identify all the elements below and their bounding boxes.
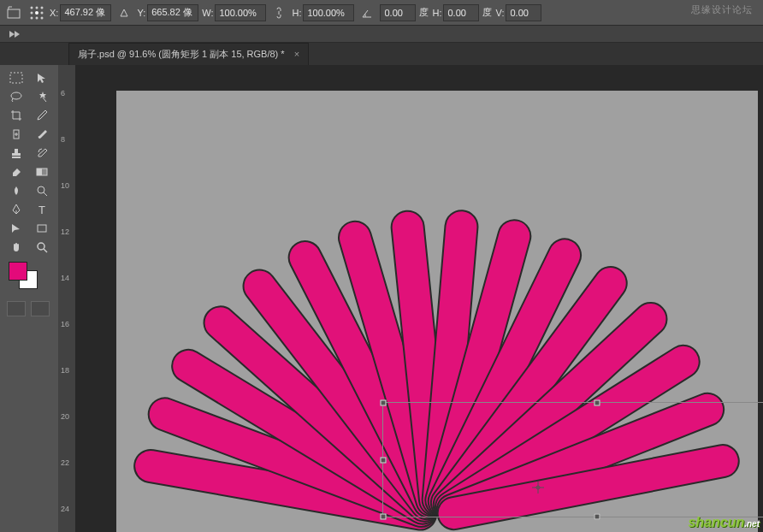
standard-mode-button[interactable] [7, 301, 26, 316]
angle-icon [358, 3, 376, 22]
dodge-tool[interactable] [29, 181, 55, 200]
stamp-tool[interactable] [3, 144, 29, 163]
svg-rect-17 [37, 168, 42, 175]
menu-bar [0, 26, 763, 43]
watermark-top: 思缘设计论坛 [691, 3, 753, 16]
eraser-tool[interactable] [3, 163, 29, 181]
hskew-input[interactable] [443, 4, 479, 21]
svg-line-23 [44, 249, 47, 252]
svg-point-11 [11, 92, 21, 99]
marquee-tool[interactable] [3, 68, 29, 87]
path-select-tool[interactable] [3, 219, 29, 238]
svg-point-18 [38, 186, 44, 193]
quickmask-mode-button[interactable] [31, 301, 50, 316]
svg-text:T: T [38, 204, 45, 216]
close-icon[interactable]: × [294, 49, 299, 59]
svg-point-3 [41, 6, 44, 9]
toolbox: T [0, 65, 58, 532]
shape-tool[interactable] [29, 219, 55, 238]
svg-point-1 [31, 6, 33, 9]
svg-point-9 [41, 16, 44, 19]
transform-mode-icon[interactable] [5, 3, 24, 22]
svg-line-19 [44, 192, 47, 196]
reference-point-icon[interactable] [27, 3, 46, 22]
y-input[interactable] [147, 4, 198, 21]
svg-line-12 [43, 98, 46, 102]
foreground-color[interactable] [9, 262, 27, 281]
brush-tool[interactable] [29, 125, 55, 144]
color-swatch [3, 260, 55, 291]
watermark-suffix: .net [744, 519, 760, 529]
svg-rect-10 [10, 73, 22, 83]
svg-point-7 [31, 16, 33, 19]
x-label: X: [50, 8, 58, 18]
svg-point-2 [36, 6, 38, 9]
document-title: 扇子.psd @ 91.6% (圆角矩形 1 副本 15, RGB/8) * [78, 49, 285, 59]
healing-tool[interactable] [3, 125, 29, 144]
deg-label: 度 [419, 6, 429, 19]
h-input[interactable] [303, 4, 354, 21]
canvas-area: 0246810121416182022242628 68101214161820… [58, 65, 763, 532]
svg-point-22 [38, 243, 44, 250]
w-input[interactable] [215, 4, 266, 21]
svg-rect-0 [8, 9, 20, 18]
hand-tool[interactable] [3, 238, 29, 257]
history-brush-tool[interactable] [29, 144, 55, 163]
pen-tool[interactable] [3, 200, 29, 219]
document-tabs: 扇子.psd @ 91.6% (圆角矩形 1 副本 15, RGB/8) * × [0, 43, 763, 65]
w-label: W: [202, 8, 213, 18]
hskew-label: H: [432, 8, 441, 18]
eyedropper-tool[interactable] [29, 106, 55, 125]
svg-rect-21 [38, 225, 46, 232]
svg-point-4 [31, 11, 33, 14]
move-tool[interactable] [29, 68, 55, 87]
svg-point-5 [35, 11, 38, 15]
watermark-text: shancun [688, 515, 744, 529]
h-label: H: [292, 8, 301, 18]
options-bar: X: Y: W: H: 度 H: 度 V: 思缘设计论坛 [0, 0, 763, 26]
type-tool[interactable]: T [29, 200, 55, 219]
transform-box[interactable] [382, 402, 763, 517]
zoom-tool[interactable] [29, 238, 55, 257]
x-input[interactable] [60, 4, 111, 21]
link-icon[interactable] [269, 3, 288, 22]
angle-input[interactable] [380, 4, 416, 21]
vskew-input[interactable] [506, 4, 541, 21]
transform-center-icon[interactable] [532, 482, 542, 492]
panel-toggle-icon[interactable] [5, 25, 24, 44]
watermark: shancun.net [688, 515, 760, 530]
deg-label-2: 度 [482, 6, 492, 19]
ruler-vertical[interactable]: 681012141618202224 [58, 82, 75, 532]
crop-tool[interactable] [3, 106, 29, 125]
wand-tool[interactable] [29, 87, 55, 106]
blur-tool[interactable] [3, 181, 29, 200]
y-label: Y: [137, 8, 145, 18]
canvas-viewport[interactable] [75, 82, 763, 532]
lasso-tool[interactable] [3, 87, 29, 106]
document-tab[interactable]: 扇子.psd @ 91.6% (圆角矩形 1 副本 15, RGB/8) * × [68, 43, 309, 65]
artboard [116, 91, 758, 532]
ruler-corner [58, 65, 75, 82]
vskew-label: V: [495, 8, 504, 18]
triangle-icon[interactable] [115, 3, 133, 22]
svg-point-6 [41, 11, 44, 14]
svg-point-8 [36, 16, 38, 19]
gradient-tool[interactable] [29, 163, 55, 181]
